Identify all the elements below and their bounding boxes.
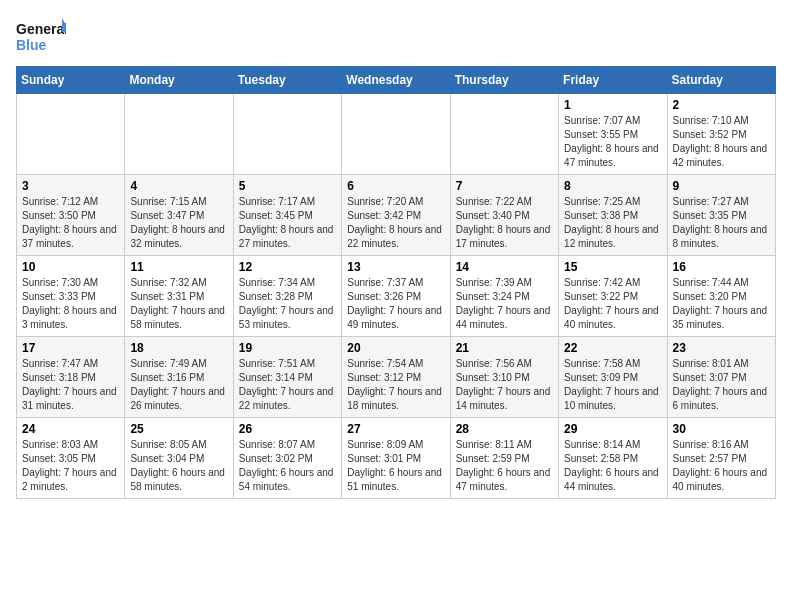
day-number: 7: [456, 179, 553, 193]
calendar-cell: 18Sunrise: 7:49 AM Sunset: 3:16 PM Dayli…: [125, 337, 233, 418]
day-number: 16: [673, 260, 770, 274]
day-number: 4: [130, 179, 227, 193]
day-number: 2: [673, 98, 770, 112]
day-number: 30: [673, 422, 770, 436]
day-number: 26: [239, 422, 336, 436]
calendar-cell: 24Sunrise: 8:03 AM Sunset: 3:05 PM Dayli…: [17, 418, 125, 499]
calendar-cell: 30Sunrise: 8:16 AM Sunset: 2:57 PM Dayli…: [667, 418, 775, 499]
calendar-cell: 21Sunrise: 7:56 AM Sunset: 3:10 PM Dayli…: [450, 337, 558, 418]
day-number: 22: [564, 341, 661, 355]
calendar-cell: 26Sunrise: 8:07 AM Sunset: 3:02 PM Dayli…: [233, 418, 341, 499]
calendar-cell: 2Sunrise: 7:10 AM Sunset: 3:52 PM Daylig…: [667, 94, 775, 175]
day-number: 1: [564, 98, 661, 112]
calendar-cell: [17, 94, 125, 175]
day-number: 29: [564, 422, 661, 436]
day-info: Sunrise: 8:01 AM Sunset: 3:07 PM Dayligh…: [673, 357, 770, 413]
week-row-3: 10Sunrise: 7:30 AM Sunset: 3:33 PM Dayli…: [17, 256, 776, 337]
day-number: 28: [456, 422, 553, 436]
day-number: 20: [347, 341, 444, 355]
day-info: Sunrise: 7:20 AM Sunset: 3:42 PM Dayligh…: [347, 195, 444, 251]
day-info: Sunrise: 8:05 AM Sunset: 3:04 PM Dayligh…: [130, 438, 227, 494]
calendar-cell: 25Sunrise: 8:05 AM Sunset: 3:04 PM Dayli…: [125, 418, 233, 499]
logo-svg: General Blue: [16, 16, 66, 56]
calendar-cell: 7Sunrise: 7:22 AM Sunset: 3:40 PM Daylig…: [450, 175, 558, 256]
svg-text:General: General: [16, 21, 66, 37]
day-info: Sunrise: 7:30 AM Sunset: 3:33 PM Dayligh…: [22, 276, 119, 332]
weekday-header-sunday: Sunday: [17, 67, 125, 94]
header: General Blue: [16, 16, 776, 56]
day-info: Sunrise: 8:09 AM Sunset: 3:01 PM Dayligh…: [347, 438, 444, 494]
day-number: 3: [22, 179, 119, 193]
week-row-5: 24Sunrise: 8:03 AM Sunset: 3:05 PM Dayli…: [17, 418, 776, 499]
calendar-cell: 5Sunrise: 7:17 AM Sunset: 3:45 PM Daylig…: [233, 175, 341, 256]
day-info: Sunrise: 7:49 AM Sunset: 3:16 PM Dayligh…: [130, 357, 227, 413]
week-row-1: 1Sunrise: 7:07 AM Sunset: 3:55 PM Daylig…: [17, 94, 776, 175]
day-info: Sunrise: 7:42 AM Sunset: 3:22 PM Dayligh…: [564, 276, 661, 332]
calendar-cell: 3Sunrise: 7:12 AM Sunset: 3:50 PM Daylig…: [17, 175, 125, 256]
day-number: 19: [239, 341, 336, 355]
day-number: 11: [130, 260, 227, 274]
weekday-header-thursday: Thursday: [450, 67, 558, 94]
calendar-cell: [125, 94, 233, 175]
calendar-cell: 27Sunrise: 8:09 AM Sunset: 3:01 PM Dayli…: [342, 418, 450, 499]
weekday-header-wednesday: Wednesday: [342, 67, 450, 94]
day-info: Sunrise: 7:56 AM Sunset: 3:10 PM Dayligh…: [456, 357, 553, 413]
day-info: Sunrise: 7:15 AM Sunset: 3:47 PM Dayligh…: [130, 195, 227, 251]
day-info: Sunrise: 7:07 AM Sunset: 3:55 PM Dayligh…: [564, 114, 661, 170]
day-number: 10: [22, 260, 119, 274]
calendar-cell: 17Sunrise: 7:47 AM Sunset: 3:18 PM Dayli…: [17, 337, 125, 418]
calendar-cell: 14Sunrise: 7:39 AM Sunset: 3:24 PM Dayli…: [450, 256, 558, 337]
calendar-cell: [342, 94, 450, 175]
calendar-cell: 20Sunrise: 7:54 AM Sunset: 3:12 PM Dayli…: [342, 337, 450, 418]
day-number: 14: [456, 260, 553, 274]
day-info: Sunrise: 8:11 AM Sunset: 2:59 PM Dayligh…: [456, 438, 553, 494]
day-info: Sunrise: 7:12 AM Sunset: 3:50 PM Dayligh…: [22, 195, 119, 251]
calendar-cell: 13Sunrise: 7:37 AM Sunset: 3:26 PM Dayli…: [342, 256, 450, 337]
day-number: 23: [673, 341, 770, 355]
day-info: Sunrise: 7:51 AM Sunset: 3:14 PM Dayligh…: [239, 357, 336, 413]
day-number: 8: [564, 179, 661, 193]
calendar-cell: 8Sunrise: 7:25 AM Sunset: 3:38 PM Daylig…: [559, 175, 667, 256]
weekday-header-friday: Friday: [559, 67, 667, 94]
day-info: Sunrise: 7:39 AM Sunset: 3:24 PM Dayligh…: [456, 276, 553, 332]
day-number: 21: [456, 341, 553, 355]
day-info: Sunrise: 8:16 AM Sunset: 2:57 PM Dayligh…: [673, 438, 770, 494]
day-number: 24: [22, 422, 119, 436]
day-number: 12: [239, 260, 336, 274]
day-info: Sunrise: 7:34 AM Sunset: 3:28 PM Dayligh…: [239, 276, 336, 332]
calendar-cell: 10Sunrise: 7:30 AM Sunset: 3:33 PM Dayli…: [17, 256, 125, 337]
day-info: Sunrise: 7:32 AM Sunset: 3:31 PM Dayligh…: [130, 276, 227, 332]
calendar-cell: 28Sunrise: 8:11 AM Sunset: 2:59 PM Dayli…: [450, 418, 558, 499]
calendar-cell: 29Sunrise: 8:14 AM Sunset: 2:58 PM Dayli…: [559, 418, 667, 499]
day-info: Sunrise: 7:58 AM Sunset: 3:09 PM Dayligh…: [564, 357, 661, 413]
day-info: Sunrise: 7:47 AM Sunset: 3:18 PM Dayligh…: [22, 357, 119, 413]
calendar-cell: 4Sunrise: 7:15 AM Sunset: 3:47 PM Daylig…: [125, 175, 233, 256]
calendar-cell: 16Sunrise: 7:44 AM Sunset: 3:20 PM Dayli…: [667, 256, 775, 337]
calendar-cell: 9Sunrise: 7:27 AM Sunset: 3:35 PM Daylig…: [667, 175, 775, 256]
calendar-cell: 23Sunrise: 8:01 AM Sunset: 3:07 PM Dayli…: [667, 337, 775, 418]
day-number: 27: [347, 422, 444, 436]
calendar-cell: 1Sunrise: 7:07 AM Sunset: 3:55 PM Daylig…: [559, 94, 667, 175]
day-number: 25: [130, 422, 227, 436]
weekday-header-monday: Monday: [125, 67, 233, 94]
week-row-4: 17Sunrise: 7:47 AM Sunset: 3:18 PM Dayli…: [17, 337, 776, 418]
day-number: 9: [673, 179, 770, 193]
calendar-cell: 19Sunrise: 7:51 AM Sunset: 3:14 PM Dayli…: [233, 337, 341, 418]
day-number: 6: [347, 179, 444, 193]
day-info: Sunrise: 7:44 AM Sunset: 3:20 PM Dayligh…: [673, 276, 770, 332]
day-number: 15: [564, 260, 661, 274]
day-info: Sunrise: 7:25 AM Sunset: 3:38 PM Dayligh…: [564, 195, 661, 251]
day-info: Sunrise: 8:07 AM Sunset: 3:02 PM Dayligh…: [239, 438, 336, 494]
calendar-cell: 15Sunrise: 7:42 AM Sunset: 3:22 PM Dayli…: [559, 256, 667, 337]
weekday-header-row: SundayMondayTuesdayWednesdayThursdayFrid…: [17, 67, 776, 94]
day-info: Sunrise: 8:14 AM Sunset: 2:58 PM Dayligh…: [564, 438, 661, 494]
calendar-cell: 12Sunrise: 7:34 AM Sunset: 3:28 PM Dayli…: [233, 256, 341, 337]
day-number: 17: [22, 341, 119, 355]
day-info: Sunrise: 7:27 AM Sunset: 3:35 PM Dayligh…: [673, 195, 770, 251]
calendar-cell: [450, 94, 558, 175]
calendar-cell: 22Sunrise: 7:58 AM Sunset: 3:09 PM Dayli…: [559, 337, 667, 418]
logo: General Blue: [16, 16, 66, 56]
day-number: 5: [239, 179, 336, 193]
calendar-cell: [233, 94, 341, 175]
day-info: Sunrise: 7:22 AM Sunset: 3:40 PM Dayligh…: [456, 195, 553, 251]
